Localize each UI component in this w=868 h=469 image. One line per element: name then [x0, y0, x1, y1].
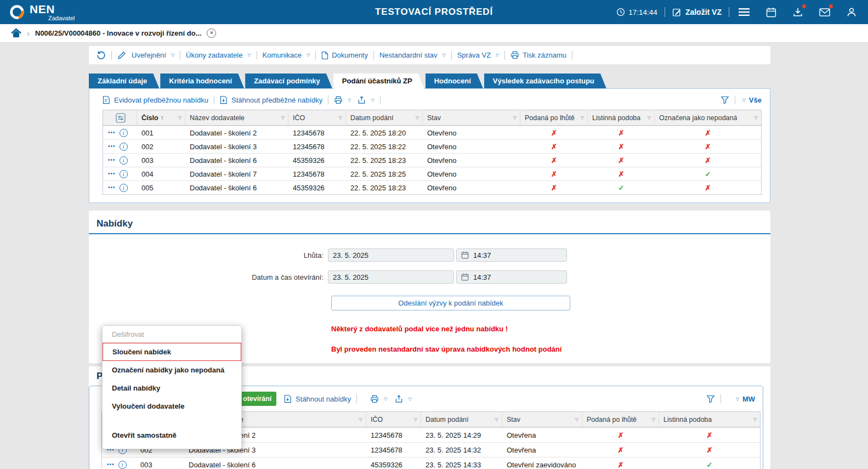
- menu-item-oznaceni-nepodana[interactable]: Označení nabídky jako nepodaná: [103, 361, 241, 379]
- row-actions-icon[interactable]: •••: [108, 130, 116, 135]
- print-grid-button[interactable]: ▽: [334, 96, 351, 104]
- status-mark: ✗: [588, 156, 655, 165]
- column-header-datum[interactable]: Datum podání▽: [421, 412, 502, 427]
- menu-item-vylouceni-dodavatele[interactable]: Vyloučení dodavatele: [103, 397, 241, 415]
- column-settings-icon: [116, 113, 126, 123]
- filter-caret-icon[interactable]: ▽: [416, 115, 419, 120]
- column-header-nazev[interactable]: Název dodavatele▽: [185, 110, 288, 125]
- menu-item-detail-nabidky[interactable]: Detail nabídky: [103, 379, 241, 397]
- row-actions-icon[interactable]: •••: [107, 462, 115, 467]
- table-row[interactable]: •••i 003 Dodavatel - školení 6 45359326 …: [103, 153, 761, 167]
- filter-preset-select[interactable]: ▽Vše: [741, 96, 762, 104]
- breadcrumb-record[interactable]: N006/25/V00004860 - Inovace v rozvoji ří…: [35, 29, 201, 37]
- toolbar-item-uverejneni[interactable]: Uveřejnění▽: [132, 51, 174, 59]
- tab-podani-ucastniku[interactable]: Podání účastníků ZP: [333, 74, 424, 89]
- export-grid-button[interactable]: ▽: [395, 394, 411, 403]
- filter-caret-icon[interactable]: ▽: [648, 115, 651, 120]
- column-header-cislo[interactable]: Číslo↑▽: [137, 110, 185, 125]
- column-header-po-lhute[interactable]: Podaná po lhůtě▽: [582, 412, 659, 427]
- column-header-nepodana[interactable]: Označena jako nepodaná▽: [655, 110, 761, 125]
- history-button[interactable]: [97, 50, 106, 60]
- table-row[interactable]: •••i 002 Dodavatel - školení 3 12345678 …: [103, 139, 761, 153]
- filter-icon[interactable]: [706, 394, 715, 403]
- info-icon[interactable]: i: [118, 461, 127, 469]
- info-icon[interactable]: i: [120, 184, 128, 192]
- table-row[interactable]: •••i 004 Dodavatel - školení 7 12345678 …: [103, 167, 761, 180]
- toolbar-item-sprava-vz[interactable]: Správa VZ▽: [457, 51, 500, 59]
- column-header-po-lhute[interactable]: Podaná po lhůtě▽: [520, 110, 588, 125]
- filter-caret-icon[interactable]: ▽: [414, 417, 417, 422]
- toolbar-item-komunikace[interactable]: Komunikace▽: [263, 51, 310, 59]
- printer-icon: [510, 51, 519, 59]
- menu-item-slouceni-nabidek[interactable]: Sloučení nabídek: [103, 343, 241, 361]
- info-icon[interactable]: i: [120, 170, 128, 178]
- filter-icon[interactable]: [721, 95, 729, 104]
- filter-caret-icon[interactable]: ▽: [495, 417, 498, 422]
- mail-icon[interactable]: [818, 5, 831, 19]
- table-row[interactable]: •••i 001 Dodavatel - školení 2 12345678 …: [103, 126, 761, 139]
- row-actions-icon[interactable]: •••: [108, 157, 116, 163]
- tab-hodnoceni[interactable]: Hodnocení: [426, 74, 483, 88]
- filter-caret-icon[interactable]: ▽: [339, 115, 342, 120]
- column-header-stav[interactable]: Stav▽: [502, 412, 582, 427]
- menu-item-otevrit-samostatne[interactable]: Otevřít samostatně: [103, 426, 241, 444]
- table-row[interactable]: •••i 003 Dodavatel - školení 6 45359326 …: [102, 457, 760, 469]
- deadline-date-input[interactable]: [328, 248, 454, 262]
- filter-preset-select[interactable]: ▽MW: [734, 395, 755, 403]
- user-icon[interactable]: [845, 5, 858, 19]
- filter-caret-icon[interactable]: ▽: [178, 115, 181, 120]
- filter-caret-icon[interactable]: ▽: [652, 417, 655, 422]
- toolbar-item-ukony[interactable]: Úkony zadavatele▽: [186, 51, 251, 59]
- calendar-icon[interactable]: [764, 5, 778, 19]
- column-header-listinna[interactable]: Listinná podoba▽: [659, 412, 760, 427]
- info-icon[interactable]: i: [120, 143, 128, 151]
- register-preliminary-offer-button[interactable]: Evidovat předběžnou nabídku: [103, 95, 208, 104]
- tab-zakladni-udaje[interactable]: Základní údaje: [89, 74, 159, 88]
- table-row[interactable]: •••i 005 Dodavatel - školení 6 45359326 …: [103, 180, 761, 194]
- print-grid-button[interactable]: ▽: [370, 395, 387, 403]
- column-header-ico[interactable]: IČO▽: [366, 412, 421, 427]
- row-actions-icon[interactable]: •••: [108, 185, 116, 190]
- column-header-datum[interactable]: Datum podání▽: [346, 110, 423, 125]
- toolbar-item-tisk-zaznamu[interactable]: Tisk záznamu: [510, 51, 566, 59]
- row-actions-icon[interactable]: •••: [108, 171, 116, 177]
- send-call-button[interactable]: Odeslání výzvy k podání nabídek: [331, 296, 570, 310]
- filter-caret-icon[interactable]: ▽: [575, 417, 578, 422]
- toolbar-item-dokumenty[interactable]: Dokumenty: [321, 51, 368, 60]
- menu-icon[interactable]: [737, 5, 751, 19]
- tab-kriteria-hodnoceni[interactable]: Kritéria hodnocení: [160, 74, 244, 88]
- filter-caret-icon[interactable]: ▽: [513, 115, 517, 120]
- cell-ico: 12345678: [288, 170, 346, 178]
- tab-vysledek[interactable]: Výsledek zadávacího postupu: [484, 74, 606, 88]
- tab-zadavaci-podminky[interactable]: Zadávací podmínky: [245, 74, 332, 88]
- row-actions-icon[interactable]: •••: [108, 144, 116, 149]
- info-icon[interactable]: i: [120, 156, 128, 165]
- column-header-ico[interactable]: IČO▽: [288, 110, 346, 125]
- deadline-time-input[interactable]: 14:37: [456, 248, 567, 262]
- app-logo[interactable]: NEN Zadavatel: [9, 3, 75, 21]
- opening-label: Datum a čas otevírání:: [89, 273, 328, 281]
- filter-caret-icon[interactable]: ▽: [281, 115, 285, 120]
- edit-record-button[interactable]: [117, 51, 126, 60]
- opening-date-input[interactable]: [328, 270, 454, 284]
- export-grid-button[interactable]: ▽: [358, 95, 374, 104]
- close-record-icon[interactable]: ✕: [207, 29, 216, 38]
- warning-nonstandard-state: Byl proveden nestandardní stav úprava na…: [331, 345, 770, 353]
- cell-stav: Otevřena: [502, 446, 582, 454]
- filter-caret-icon[interactable]: ▽: [754, 115, 758, 120]
- create-vz-button[interactable]: Založit VZ: [672, 8, 722, 17]
- column-settings-button[interactable]: [103, 110, 137, 125]
- filter-caret-icon[interactable]: ▽: [581, 115, 584, 120]
- filter-caret-icon[interactable]: ▽: [753, 417, 757, 422]
- downloads-icon[interactable]: [791, 5, 804, 19]
- toolbar-item-nestandardni-stav[interactable]: Nestandardní stav▽: [379, 51, 446, 59]
- opening-time-input[interactable]: 14:37: [456, 270, 567, 284]
- column-header-stav[interactable]: Stav▽: [423, 110, 520, 125]
- column-header-listinna[interactable]: Listinná podoba▽: [588, 110, 655, 125]
- filter-caret-icon[interactable]: ▽: [359, 417, 362, 422]
- download-offers-button[interactable]: Stáhnout nabídky: [284, 394, 351, 403]
- download-preliminary-offers-button[interactable]: Stáhnout předběžné nabídky: [220, 95, 322, 104]
- home-icon[interactable]: [11, 29, 21, 38]
- info-icon[interactable]: i: [120, 129, 128, 137]
- row-context-menu: Dešifrovat Sloučení nabídek Označení nab…: [102, 325, 242, 449]
